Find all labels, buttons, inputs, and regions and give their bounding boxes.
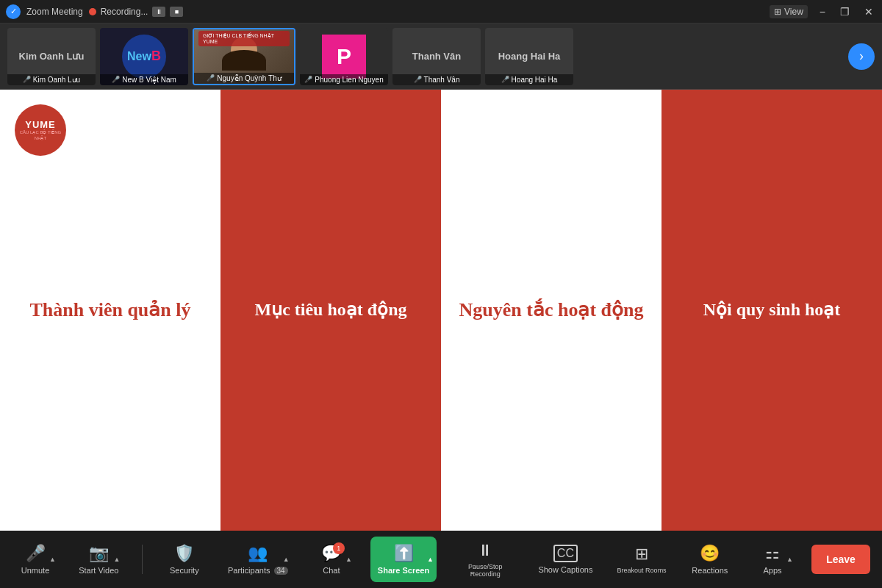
video-off-icon: 📷 (89, 544, 109, 563)
unmute-button[interactable]: 🎤 Unmute ▲ (12, 537, 59, 582)
share-screen-label: Share Screen (378, 566, 429, 575)
leave-button[interactable]: Leave (811, 545, 870, 574)
breakout-icon: ⊞ (635, 545, 648, 564)
mic-muted-icon-thanh: 🎤 (414, 76, 422, 83)
participants-button[interactable]: 👥 Participants 34 ▲ (223, 537, 293, 582)
minimize-button[interactable]: − (817, 4, 828, 19)
mic-muted-icon-nguyen: 🎤 (207, 74, 215, 82)
slide-panel-4: Nội quy sinh hoạt (662, 90, 882, 531)
reactions-label: Reactions (692, 566, 728, 575)
participant-name-hoang: Hoang Hai Ha (512, 76, 558, 84)
panel-text-2: Mục tiêu hoạt động (255, 298, 407, 321)
participant-name-thanh: Thanh Vân (424, 76, 460, 84)
panel-text-4: Nội quy sinh hoạt (703, 298, 841, 321)
yume-text: YUME (25, 119, 56, 130)
recording-indicator: Recording... ⏸ ■ (89, 7, 184, 17)
yume-logo: YUME CÂU LẠC BỘ TIẾNG NHẬT (15, 104, 66, 156)
mic-off-icon: 🎤 (26, 544, 46, 563)
participants-strip: Kim Oanh Lưu 🎤 Kim Oanh Lưu New B 🎤 New … (0, 24, 882, 90)
window-title: Zoom Meeting (26, 7, 83, 17)
pause-recording-label: Pause/StopRecording (468, 563, 503, 578)
participant-name-bar-newb: 🎤 New B Việt Nam (100, 74, 188, 85)
recording-pause-button[interactable]: ⏸ (152, 7, 165, 17)
breakout-rooms-button[interactable]: ⊞ Breakout Rooms (613, 537, 671, 582)
close-button[interactable]: ✕ (861, 4, 876, 19)
unmute-caret-icon[interactable]: ▲ (49, 556, 56, 563)
participant-avatar-hoang: Hoang Hai Ha (498, 51, 561, 62)
participant-avatar-kim: Kim Oanh Lưu (19, 51, 85, 62)
participant-name-phuong: Phuong Lien Nguyen (315, 76, 383, 84)
chat-badge: 1 (333, 542, 345, 554)
main-content: YUME CÂU LẠC BỘ TIẾNG NHẬT Thành viên qu… (0, 90, 882, 531)
start-video-button[interactable]: 📷 Start Video ▲ (74, 537, 123, 582)
reactions-button[interactable]: 😊 Reactions (686, 537, 734, 582)
panel-text-3: Nguyên tắc hoạt động (459, 298, 644, 323)
participant-name-bar-kim: 🎤 Kim Oanh Lưu (7, 74, 96, 85)
apps-label: Apps (763, 566, 781, 575)
participant-tile-nguyen[interactable]: GIỚI THIỆU CLB TIẾNG NHẬT YUME 🎤 Nguyễn … (193, 28, 295, 85)
participant-name-kim: Kim Oanh Lưu (33, 76, 80, 84)
pause-recording-button[interactable]: ⏸ Pause/StopRecording (452, 537, 518, 582)
grid-icon: ⊞ (774, 7, 781, 17)
participant-avatar-thanh: Thanh Vân (412, 51, 461, 62)
titlebar-left: ✓ Zoom Meeting Recording... ⏸ ■ (6, 4, 183, 19)
participant-tile-kim-oanh[interactable]: Kim Oanh Lưu 🎤 Kim Oanh Lưu (7, 28, 96, 85)
chat-caret-icon[interactable]: ▲ (345, 556, 352, 563)
slide-panel-3: Nguyên tắc hoạt động (441, 90, 662, 531)
participant-tile-phuong[interactable]: P 🎤 Phuong Lien Nguyen (300, 28, 388, 85)
participants-icon: 👥 (248, 544, 268, 563)
slide-panel-1: YUME CÂU LẠC BỘ TIẾNG NHẬT Thành viên qu… (0, 90, 220, 531)
yume-subtext: CÂU LẠC BỘ TIẾNG NHẬT (15, 130, 66, 140)
mic-muted-icon-phuong: 🎤 (304, 76, 312, 83)
breakout-label: Breakout Rooms (617, 567, 667, 574)
slide-panel-2: Mục tiêu hoạt động (220, 90, 441, 531)
participants-caret-icon[interactable]: ▲ (283, 556, 290, 563)
share-screen-button[interactable]: ⬆️ Share Screen ▲ (370, 537, 437, 582)
participant-name-nguyen: Nguyễn Quỳnh Thư (217, 74, 281, 82)
p-avatar: P (322, 35, 366, 79)
slide-info-overlay: GIỚI THIỆU CLB TIẾNG NHẬT YUME (198, 31, 290, 46)
video-caret-icon[interactable]: ▲ (114, 556, 121, 563)
recording-stop-button[interactable]: ■ (170, 7, 183, 17)
mic-muted-icon-kim: 🎤 (23, 76, 31, 83)
toolbar: 🎤 Unmute ▲ 📷 Start Video ▲ 🛡️ Security 👥… (0, 531, 882, 588)
recording-control-icon: ⏸ (477, 541, 493, 560)
participant-tile-thanh[interactable]: Thanh Vân 🎤 Thanh Vân (392, 28, 481, 85)
security-button[interactable]: 🛡️ Security (161, 537, 208, 582)
view-label: View (784, 7, 803, 17)
mic-muted-icon-newb: 🎤 (112, 76, 120, 83)
recording-dot (89, 8, 96, 15)
unmute-label: Unmute (21, 566, 50, 575)
start-video-label: Start Video (79, 566, 118, 575)
captions-button[interactable]: CC Show Captions (534, 537, 597, 582)
apps-caret-icon[interactable]: ▲ (786, 556, 793, 563)
security-label: Security (170, 566, 199, 575)
participant-name-bar-hoang: 🎤 Hoang Hai Ha (485, 74, 573, 85)
yume-circle: YUME CÂU LẠC BỘ TIẾNG NHẬT (15, 104, 66, 156)
maximize-button[interactable]: ❐ (837, 4, 853, 19)
chat-button[interactable]: 💬 Chat 1 ▲ (308, 537, 355, 582)
captions-icon: CC (553, 545, 578, 562)
zoom-logo: ✓ (6, 4, 21, 19)
participant-name-bar-thanh: 🎤 Thanh Vân (392, 74, 481, 85)
scroll-participants-button[interactable]: › (848, 43, 875, 70)
panel-text-1: Thành viên quản lý (29, 298, 190, 323)
share-caret-icon[interactable]: ▲ (427, 556, 434, 563)
share-screen-icon: ⬆️ (394, 544, 414, 563)
divider-1 (142, 545, 143, 574)
reactions-icon: 😊 (700, 544, 720, 563)
newb-avatar: New B (122, 35, 166, 79)
recording-label: Recording... (101, 7, 148, 17)
participant-name-bar-nguyen: 🎤 Nguyễn Quỳnh Thư (194, 73, 294, 84)
apps-icon: ⚏ (765, 544, 780, 563)
titlebar: ✓ Zoom Meeting Recording... ⏸ ■ ⊞ View −… (0, 0, 882, 24)
view-button[interactable]: ⊞ View (770, 5, 808, 18)
participant-name-newb: New B Việt Nam (122, 76, 176, 84)
participants-label: Participants 34 (228, 566, 288, 575)
captions-label: Show Captions (538, 565, 592, 574)
chat-label: Chat (323, 566, 340, 575)
mic-muted-icon-hoang: 🎤 (501, 76, 509, 83)
apps-button[interactable]: ⚏ Apps ▲ (749, 537, 796, 582)
participant-tile-hoang[interactable]: Hoang Hai Ha 🎤 Hoang Hai Ha (485, 28, 573, 85)
participant-tile-newb[interactable]: New B 🎤 New B Việt Nam (100, 28, 188, 85)
